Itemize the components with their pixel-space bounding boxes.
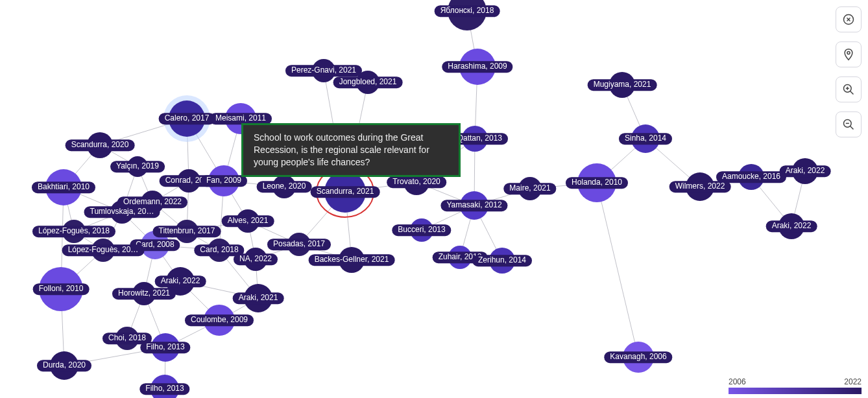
graph-edge [597, 183, 638, 357]
graph-edge [64, 347, 165, 366]
graph-node[interactable] [448, 246, 472, 269]
graph-node[interactable] [39, 267, 83, 311]
reset-button[interactable] [836, 6, 862, 32]
graph-node[interactable] [115, 327, 139, 350]
graph-node[interactable] [208, 239, 231, 262]
location-pin-icon [842, 48, 855, 61]
legend-gradient [729, 388, 862, 394]
zoom-in-icon [842, 83, 855, 96]
graph-node[interactable] [169, 100, 205, 137]
graph-node[interactable] [62, 220, 86, 243]
graph-node[interactable] [244, 248, 267, 271]
graph-node[interactable] [272, 175, 296, 198]
graph-node[interactable] [244, 284, 272, 312]
graph-node[interactable] [448, 0, 487, 30]
graph-node[interactable] [462, 126, 488, 152]
tooltip-text: School to work outcomes during the Great… [254, 132, 429, 167]
legend-min-year: 2006 [729, 377, 746, 386]
graph-node[interactable] [460, 191, 488, 220]
graph-canvas[interactable]: Яблонскі, 2018Harashima, 2009Perez-Gnavi… [0, 0, 868, 398]
locate-button[interactable] [836, 41, 862, 67]
graph-node[interactable] [631, 124, 660, 153]
graph-node[interactable] [110, 200, 134, 224]
graph-node[interactable] [339, 247, 365, 273]
graph-node[interactable] [324, 171, 366, 213]
graph-node[interactable] [312, 59, 335, 82]
graph-node[interactable] [623, 342, 654, 373]
zoom-out-icon [842, 118, 855, 131]
graph-node[interactable] [151, 333, 180, 362]
side-controls [836, 6, 862, 137]
graph-node[interactable] [410, 218, 433, 242]
graph-node[interactable] [127, 156, 148, 177]
graph-node[interactable] [141, 231, 169, 259]
graph-node[interactable] [459, 49, 496, 85]
graph-node[interactable] [236, 209, 259, 233]
graph-node[interactable] [577, 163, 616, 202]
graph-node[interactable] [686, 172, 714, 201]
node-tooltip: School to work outcomes during the Great… [241, 123, 461, 177]
graph-node[interactable] [204, 305, 235, 336]
legend-max-year: 2022 [844, 377, 862, 386]
year-legend: 2006 2022 [729, 377, 862, 394]
graph-node[interactable] [356, 71, 380, 94]
graph-node[interactable] [738, 164, 764, 190]
graph-node[interactable] [175, 220, 199, 243]
graph-node[interactable] [151, 375, 179, 398]
graph-node[interactable] [177, 169, 200, 193]
graph-node[interactable] [50, 351, 78, 380]
graph-node[interactable] [91, 239, 115, 262]
graph-node[interactable] [778, 213, 804, 239]
graph-node[interactable] [87, 132, 113, 158]
graph-node[interactable] [45, 169, 82, 205]
graph-node[interactable] [208, 165, 239, 196]
graph-node[interactable] [609, 72, 635, 98]
svg-line-9 [850, 126, 854, 130]
graph-node[interactable] [489, 248, 515, 274]
graph-node[interactable] [141, 191, 164, 214]
zoom-in-button[interactable] [836, 76, 862, 102]
graph-node[interactable] [166, 267, 195, 296]
close-circle-icon [842, 13, 855, 26]
graph-node[interactable] [518, 177, 542, 200]
graph-node[interactable] [287, 233, 311, 256]
svg-point-3 [847, 51, 850, 54]
graph-svg [0, 0, 868, 398]
zoom-out-button[interactable] [836, 111, 862, 137]
svg-line-5 [850, 91, 854, 95]
graph-node[interactable] [132, 282, 156, 305]
graph-node[interactable] [792, 158, 818, 184]
